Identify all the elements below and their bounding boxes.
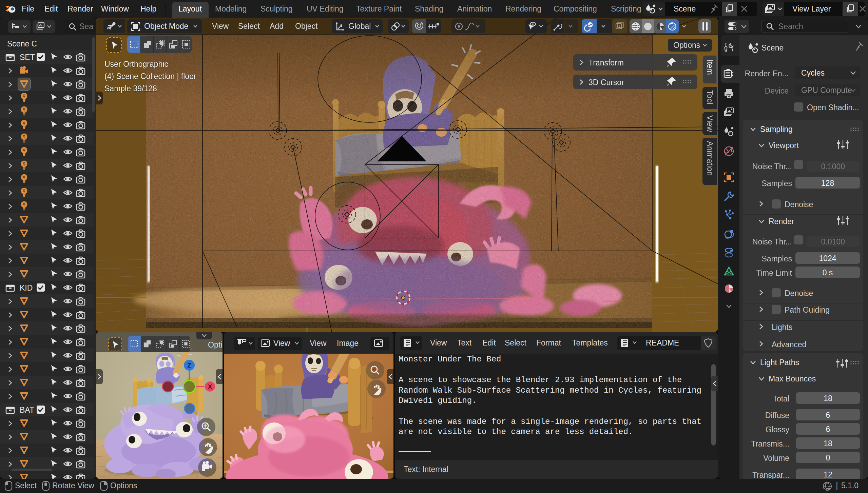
svg-text:Z: Z	[187, 362, 191, 369]
svg-text:X: X	[208, 383, 212, 390]
